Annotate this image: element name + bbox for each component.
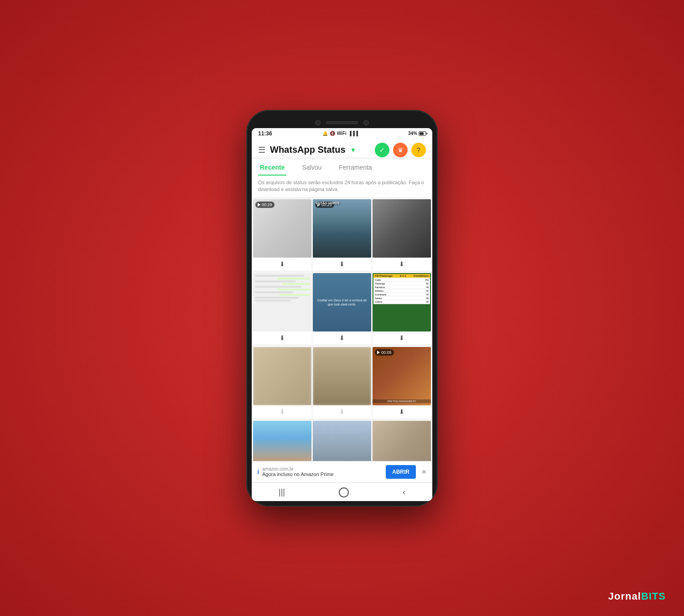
- chat-line: [255, 280, 296, 282]
- thumb-graffiti: [373, 199, 431, 258]
- media-cell-7: ⬇: [253, 347, 311, 418]
- media-item-8[interactable]: [313, 347, 371, 405]
- score-row: Grêmio35: [374, 300, 430, 304]
- download-icon-9: ⬇: [399, 408, 404, 415]
- phone-sensor-right: [363, 120, 369, 125]
- crown-icon-button[interactable]: ♛: [393, 143, 408, 157]
- download-bar-3[interactable]: ⬇: [373, 258, 431, 270]
- media-item-4[interactable]: [253, 273, 311, 331]
- chat-line: [255, 300, 290, 301]
- tab-recente-label: Recente: [260, 164, 285, 171]
- media-item-10[interactable]: [253, 421, 311, 461]
- thumb-quote: Confiar em Deus é ter a certeza de que t…: [313, 273, 371, 331]
- download-bar-7[interactable]: ⬇: [253, 405, 311, 418]
- thumb-person: [313, 421, 371, 461]
- status-icons-right: 34%: [408, 131, 426, 136]
- tab-salvou-label: Salvou: [302, 164, 321, 171]
- media-item-1[interactable]: 00:29: [253, 199, 311, 258]
- ad-banner: ℹ amazon.com.br Agora incluso no Amazon …: [252, 461, 432, 482]
- signal-icon: ▐▐▐: [348, 131, 358, 136]
- status-time: 11:36: [258, 130, 272, 137]
- download-bar-2[interactable]: ⬇: [313, 258, 371, 270]
- ad-info: ℹ amazon.com.br Agora incluso no Amazon …: [257, 466, 382, 477]
- chat-line: [255, 297, 299, 299]
- tab-salvou[interactable]: Salvou: [300, 159, 323, 176]
- media-cell-6: CR Flamengo 2 x 1 Corinthians ClubePts F…: [373, 273, 431, 344]
- phone-sensor-left: [315, 120, 321, 125]
- menu-icon[interactable]: ☰: [258, 145, 265, 155]
- whatsapp-icon-button[interactable]: ✓: [375, 143, 389, 157]
- back-icon[interactable]: ‹: [403, 487, 405, 497]
- media-cell-2: 00:29 ENTÃO VAMOS ⬇: [313, 199, 371, 270]
- play-icon-9: [377, 351, 380, 354]
- mute-icon: 🔇: [330, 131, 335, 136]
- phone-speaker: [326, 121, 358, 124]
- content-area[interactable]: 00:29 ⬇ 00:29 ENTÃO VAM: [252, 198, 432, 461]
- home-button-icon[interactable]: [339, 487, 349, 497]
- media-item-9[interactable]: 00:05 #PETISCARIANABETO: [373, 347, 431, 405]
- media-grid-row-3: ⬇ ⬇: [252, 346, 432, 419]
- download-bar-1[interactable]: ⬇: [253, 258, 311, 270]
- watermark-suffix: BITS: [641, 590, 666, 602]
- chat-line: [255, 286, 301, 288]
- tab-ferramenta[interactable]: Ferramenta: [337, 159, 373, 176]
- download-icon-8: ⬇: [339, 408, 345, 415]
- media-item-12[interactable]: [373, 421, 431, 461]
- battery-percent: 34%: [408, 131, 417, 136]
- media-cell-4: ⬇: [253, 273, 311, 344]
- notification-icon: 🔔: [322, 131, 328, 136]
- score-row: Corinthians40: [374, 293, 430, 296]
- media-cell-11: [313, 421, 371, 461]
- download-bar-4[interactable]: ⬇: [253, 331, 311, 344]
- video-badge-1: 00:29: [255, 202, 275, 208]
- status-icons-left: 🔔 🔇 WiFi ▐▐▐: [322, 131, 358, 136]
- chat-line: [277, 278, 310, 280]
- ad-text-block: amazon.com.br Agora incluso no Amazon Pr…: [262, 466, 334, 477]
- whatsapp-check-icon: ✓: [379, 146, 385, 154]
- phone-bottom-nav: ||| ‹: [252, 482, 432, 501]
- dropdown-arrow-icon[interactable]: ▼: [350, 146, 357, 154]
- wifi-icon: WiFi: [337, 131, 347, 136]
- phone-shell: 11:36 🔔 🔇 WiFi ▐▐▐ 34% ☰ WhatsApp Status…: [246, 110, 438, 507]
- play-icon-1: [258, 203, 260, 207]
- score-row: ClubePts: [374, 278, 430, 282]
- tab-recente[interactable]: Recente: [258, 159, 286, 176]
- media-cell-3: ⬇: [373, 199, 431, 270]
- download-bar-8[interactable]: ⬇: [313, 405, 371, 418]
- ad-source: amazon.com.br: [262, 466, 334, 471]
- thumb-sketch: [253, 199, 311, 258]
- phone-top-sensors: [252, 115, 432, 128]
- video-overlay-text-2: ENTÃO VAMOS: [314, 201, 371, 206]
- battery-icon: [419, 131, 426, 136]
- ad-open-button[interactable]: ABRIR: [386, 465, 416, 479]
- download-icon-3: ⬇: [399, 260, 404, 268]
- media-item-2[interactable]: 00:29 ENTÃO VAMOS: [313, 199, 371, 258]
- status-bar: 11:36 🔔 🔇 WiFi ▐▐▐ 34%: [252, 128, 432, 138]
- media-item-11[interactable]: [313, 421, 371, 461]
- media-item-7[interactable]: [253, 347, 311, 405]
- watermark: JornalBITS: [608, 590, 666, 602]
- video-duration-9: 00:05: [381, 350, 392, 355]
- recent-apps-icon[interactable]: |||: [279, 487, 285, 497]
- watermark-prefix: Jornal: [608, 590, 641, 602]
- thumb-meat: [373, 347, 431, 405]
- tabs-bar: Recente Salvou Ferramenta: [252, 159, 432, 176]
- thumb-people: [253, 421, 311, 461]
- video-badge-9: 00:05: [375, 349, 394, 356]
- question-icon-button[interactable]: ?: [411, 143, 426, 157]
- header-right: ✓ ♛ ?: [375, 143, 426, 157]
- media-item-5[interactable]: Confiar em Deus é ter a certeza de que t…: [313, 273, 371, 331]
- quote-text: Confiar em Deus é ter a certeza de que t…: [316, 298, 368, 306]
- download-bar-9[interactable]: ⬇: [373, 405, 431, 418]
- download-icon-4: ⬇: [280, 334, 285, 342]
- media-cell-1: 00:29 ⬇: [253, 199, 311, 270]
- ad-close-icon[interactable]: ✕: [421, 468, 427, 476]
- media-grid-row-4: [252, 419, 432, 461]
- download-icon-1: ⬇: [280, 260, 285, 268]
- media-item-6[interactable]: CR Flamengo 2 x 1 Corinthians ClubePts F…: [373, 273, 431, 331]
- download-bar-5[interactable]: ⬇: [313, 331, 371, 344]
- download-bar-6[interactable]: ⬇: [373, 331, 431, 344]
- download-icon-5: ⬇: [339, 334, 345, 342]
- media-cell-10: [253, 421, 311, 461]
- media-item-3[interactable]: [373, 199, 431, 258]
